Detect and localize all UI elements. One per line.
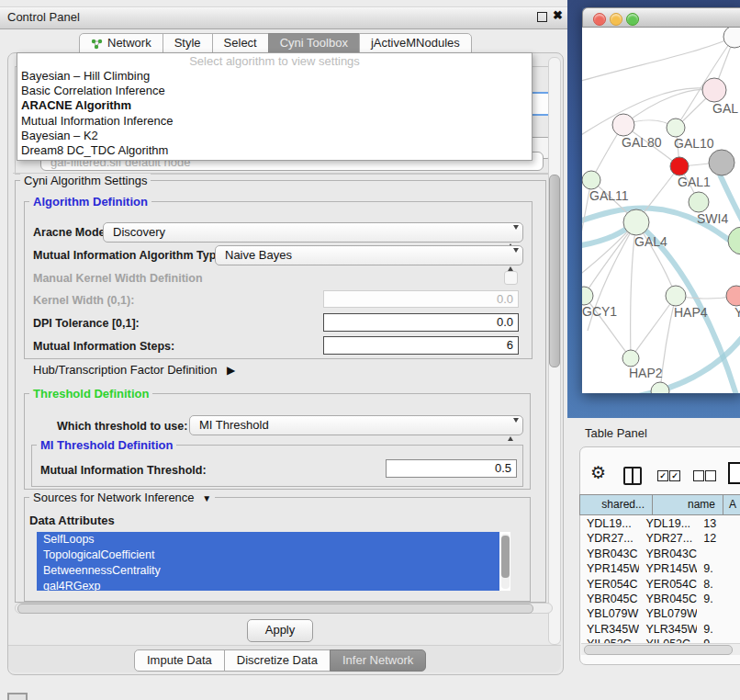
kernel-width-field[interactable]: 0.0	[323, 290, 519, 308]
network-node-gal80[interactable]	[612, 114, 634, 136]
dropdown-item-basic-correlation-inference[interactable]: Basic Correlation Inference	[17, 84, 532, 98]
network-node-hap4[interactable]	[666, 286, 686, 306]
mi-type-select[interactable]: Naive Bayes	[215, 245, 523, 265]
table-hscrollbar-thumb[interactable]	[584, 645, 733, 655]
tab-discretize-data[interactable]: Discretize Data	[224, 649, 331, 672]
dpi-tolerance-field[interactable]: 0.0	[323, 313, 519, 332]
function-builder-icon[interactable]	[728, 462, 740, 484]
bottom-tabbar: Impute DataDiscretize DataInfer Network	[134, 649, 426, 672]
gear-icon[interactable]: ⚙	[590, 462, 606, 483]
network-node[interactable]	[651, 382, 669, 393]
minimize-traffic-light-icon[interactable]	[610, 13, 622, 26]
attribute-item-selfloops[interactable]: SelfLoops	[37, 532, 499, 548]
table-cell: YBL079W	[639, 606, 697, 621]
dropdown-item-dream8-dc-tdc-algorithm[interactable]: Dream8 DC_TDC Algorithm	[17, 143, 532, 158]
table-rows: YDL19...YDL19...13YDR27...YDR27...12YBR0…	[580, 516, 740, 645]
node-label-swi4: SWI4	[697, 211, 728, 226]
tab-cyni-toolbox[interactable]: Cyni Toolbox	[268, 33, 360, 53]
settings-hscrollbar-thumb[interactable]	[17, 604, 533, 614]
table-row[interactable]: YPR145WYPR145W9.	[580, 561, 740, 576]
mi-steps-field[interactable]: 6	[323, 336, 519, 355]
manual-kernel-checkbox[interactable]	[504, 271, 518, 285]
table-row[interactable]: YER054CYER054C8.	[580, 577, 740, 592]
network-node-gal11[interactable]	[582, 171, 600, 189]
data-attributes-list[interactable]: SelfLoopsTopologicalCoefficientBetweenne…	[37, 532, 510, 591]
network-node-hap2[interactable]	[622, 350, 639, 367]
table-row[interactable]: YBL079WYBL079W	[580, 606, 740, 621]
network-canvas[interactable]: GALGAL80GAL10GAL1GAL11SWI4GAL4GCY1HAP4YH…	[582, 28, 740, 393]
dropdown-item-bayesian-hill-climbing[interactable]: Bayesian – Hill Climbing	[17, 69, 532, 84]
network-node-gcy1[interactable]	[582, 287, 593, 305]
float-window-icon[interactable]	[537, 12, 547, 22]
network-node-swi4[interactable]	[689, 192, 709, 212]
attribute-item-gal4rgexp[interactable]: gal4RGexp	[37, 579, 499, 591]
hub-definition-toggle[interactable]: Hub/Transcription Factor Definition ▶	[33, 363, 235, 377]
dropdown-item-bayesian-k2[interactable]: Bayesian – K2	[17, 129, 532, 143]
network-window-titlebar[interactable]	[582, 7, 740, 28]
node-label-gal11: GAL11	[589, 188, 629, 203]
table-row[interactable]: YLR345WYLR345W9.	[580, 622, 740, 637]
table-cell: 13	[697, 516, 740, 531]
zoom-traffic-light-icon[interactable]	[626, 13, 639, 26]
table-cell: YBR045C	[639, 592, 697, 606]
tab-style[interactable]: Style	[163, 33, 213, 53]
algorithm-definition-label: Algorithm Definition	[29, 195, 151, 209]
network-edge[interactable]	[584, 222, 636, 296]
mi-threshold-field[interactable]: 0.5	[386, 459, 517, 478]
table-cell: YLR345W	[639, 622, 697, 637]
resize-grip-icon[interactable]	[7, 693, 28, 700]
network-node-gal1[interactable]	[670, 157, 689, 175]
tab-network[interactable]: Network	[79, 33, 163, 53]
table-cell: 9.	[697, 561, 740, 576]
network-edge[interactable]	[582, 37, 734, 83]
close-icon[interactable]: ✖	[553, 9, 563, 21]
select-all-checkbox-icon[interactable]: ✓	[669, 470, 680, 481]
aracne-mode-select[interactable]: Discovery	[103, 222, 523, 243]
network-node-y[interactable]	[726, 286, 740, 306]
list-scrollbar-thumb[interactable]	[501, 536, 510, 578]
table-cell: YBR043C	[639, 547, 697, 561]
column-header-name[interactable]: name	[652, 494, 723, 515]
table-cell: YPR145W	[580, 561, 639, 576]
deselect-all-checkbox-icon[interactable]	[693, 470, 704, 481]
network-node-gal4[interactable]	[623, 209, 649, 235]
application-root: Control Panel ✖ NetworkStyleSelectCyni T…	[0, 0, 740, 700]
dropdown-placeholder: Select algorithm to view settings	[17, 54, 532, 69]
table-row[interactable]: YBR045CYBR045C9.	[580, 592, 740, 606]
tab-infer-network[interactable]: Infer Network	[330, 649, 426, 672]
apply-button[interactable]: Apply	[247, 619, 313, 642]
column-header-shared[interactable]: shared...	[579, 494, 653, 515]
table-row[interactable]: YBR043CYBR043C	[580, 547, 740, 561]
attribute-item-betweennesscentrality[interactable]: BetweennessCentrality	[37, 563, 499, 579]
spinner-arrows-icon	[508, 421, 515, 439]
dropdown-item-mutual-information-inference[interactable]: Mutual Information Inference	[17, 114, 532, 129]
node-label-gcy1: GCY1	[582, 304, 617, 319]
network-node[interactable]	[723, 28, 740, 48]
spinner-arrows-icon	[508, 228, 515, 246]
sources-group-label[interactable]: Sources for Network Inference ▼	[29, 491, 215, 504]
tab-label: Select	[224, 34, 257, 52]
network-node[interactable]	[728, 227, 740, 254]
node-label-hap2: HAP2	[629, 366, 663, 380]
tab-jactivemnodules[interactable]: jActiveMNodules	[359, 33, 472, 53]
select-all-checkbox-icon[interactable]: ✓	[657, 470, 668, 481]
control-panel-vscrollbar-thumb[interactable]	[549, 175, 560, 367]
column-header-a[interactable]: A	[723, 494, 740, 515]
network-node-gal10[interactable]	[667, 119, 685, 137]
network-node-gal[interactable]	[702, 78, 726, 102]
deselect-all-checkbox-icon[interactable]	[705, 470, 716, 481]
attribute-item-topologicalcoefficient[interactable]: TopologicalCoefficient	[37, 548, 499, 563]
network-edge[interactable]	[582, 88, 714, 138]
which-threshold-select[interactable]: MI Threshold	[189, 415, 523, 435]
columns-icon[interactable]	[623, 467, 642, 485]
table-row[interactable]: YDR27...YDR27...12	[580, 531, 740, 546]
tab-impute-data[interactable]: Impute Data	[134, 649, 225, 672]
table-row[interactable]: YDL19...YDL19...13	[580, 516, 740, 531]
dropdown-item-aracne-algorithm[interactable]: ARACNE Algorithm	[17, 98, 532, 113]
tab-select[interactable]: Select	[212, 33, 269, 53]
which-threshold-label: Which threshold to use:	[57, 420, 187, 433]
network-edge[interactable]	[623, 89, 714, 125]
mi-threshold-label: Mutual Information Threshold:	[40, 464, 207, 477]
close-traffic-light-icon[interactable]	[593, 13, 606, 26]
network-node[interactable]	[709, 150, 734, 175]
